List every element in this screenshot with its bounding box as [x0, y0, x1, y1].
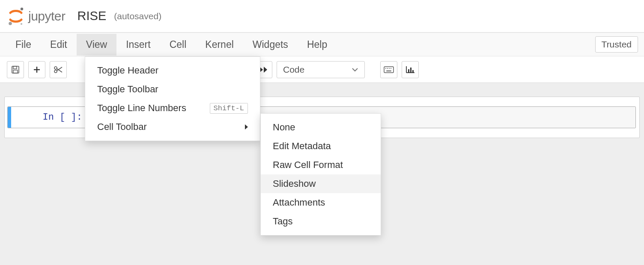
view-item-toggle-header[interactable]: Toggle Header [85, 61, 260, 80]
svg-rect-24 [412, 70, 414, 73]
svg-point-0 [21, 7, 23, 10]
menu-insert[interactable]: Insert [116, 34, 160, 56]
svg-marker-13 [264, 67, 267, 73]
menu-widgets[interactable]: Widgets [243, 34, 298, 56]
shortcut-badge: Shift-L [210, 103, 248, 114]
celltoolbar-item-slideshow[interactable]: Slideshow [261, 174, 381, 193]
celltoolbar-item-tags[interactable]: Tags [261, 212, 381, 231]
notebook-header: jupyter RISE (autosaved) [0, 0, 644, 32]
jupyter-icon [8, 7, 24, 26]
celltoolbar-item-attachments[interactable]: Attachments [261, 193, 381, 212]
keyboard-icon [384, 66, 394, 73]
view-dropdown: Toggle Header Toggle Toolbar Toggle Line… [85, 56, 260, 141]
celltoolbar-item-none[interactable]: None [261, 118, 381, 137]
menu-edit[interactable]: Edit [41, 34, 77, 56]
view-item-toggle-toolbar[interactable]: Toggle Toolbar [85, 80, 260, 99]
menu-cell[interactable]: Cell [160, 34, 196, 56]
menu-file[interactable]: File [6, 34, 41, 56]
svg-rect-5 [13, 70, 18, 73]
view-item-toggle-line-numbers[interactable]: Toggle Line Numbers Shift-L [85, 99, 260, 118]
submenu-arrow-icon [245, 124, 248, 130]
svg-rect-22 [408, 69, 409, 73]
save-icon [11, 65, 20, 74]
svg-rect-23 [410, 68, 411, 73]
cell-type-select[interactable]: Code [277, 61, 365, 78]
trusted-badge[interactable]: Trusted [595, 36, 638, 53]
command-palette-button[interactable] [380, 61, 397, 78]
cell-toolbar-submenu: None Edit Metadata Raw Cell Format Slide… [260, 113, 381, 236]
menu-help[interactable]: Help [298, 34, 337, 56]
menubar: File Edit View Insert Cell Kernel Widget… [0, 32, 644, 56]
input-prompt: In [ ]: [11, 107, 88, 128]
scissors-icon [54, 65, 63, 74]
menu-view[interactable]: View [77, 34, 116, 56]
jupyter-logo[interactable]: jupyter [8, 7, 66, 26]
logo-text: jupyter [28, 9, 66, 24]
svg-rect-14 [384, 67, 394, 73]
menu-kernel[interactable]: Kernel [196, 34, 243, 56]
celltoolbar-item-edit-metadata[interactable]: Edit Metadata [261, 137, 381, 156]
autosave-status: (autosaved) [114, 11, 161, 21]
save-button[interactable] [7, 61, 24, 78]
insert-cell-button[interactable] [28, 61, 45, 78]
svg-point-1 [9, 22, 12, 25]
celltoolbar-item-raw-cell-format[interactable]: Raw Cell Format [261, 156, 381, 174]
svg-point-2 [21, 23, 22, 24]
svg-rect-4 [13, 66, 17, 69]
rise-slideshow-button[interactable] [402, 61, 419, 78]
bar-chart-icon [405, 66, 415, 74]
notebook-title[interactable]: RISE [78, 9, 107, 23]
plus-icon [33, 65, 41, 74]
cut-button[interactable] [50, 61, 67, 78]
view-item-cell-toolbar[interactable]: Cell Toolbar [85, 118, 260, 136]
chevron-down-icon [352, 68, 358, 72]
cell-selected-marker [8, 107, 11, 128]
cell-type-value: Code [283, 65, 304, 75]
